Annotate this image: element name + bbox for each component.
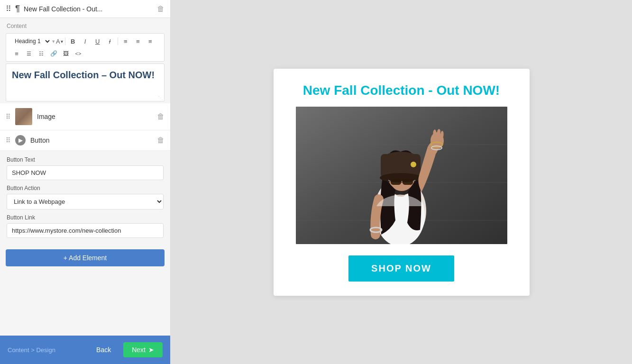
image-row-grid-icon: ⠿ — [6, 113, 10, 120]
heading-select[interactable]: Heading 1 Heading 2 Heading 3 Paragraph — [11, 36, 51, 46]
button-row-label: Button — [30, 136, 152, 144]
italic-button[interactable]: I — [80, 36, 91, 47]
grid-icon[interactable]: ⠿ — [6, 4, 11, 13]
strikethrough-button[interactable]: I — [104, 36, 116, 47]
add-element-button[interactable]: + Add Element — [6, 249, 165, 266]
editor-content[interactable]: New Fall Collection – Out NOW! — [12, 69, 158, 81]
button-element-row[interactable]: ⠿ ▶ Button 🗑 — [0, 130, 170, 151]
button-delete-icon[interactable]: 🗑 — [157, 136, 165, 145]
left-panel: ⠿ ¶ New Fall Collection - Out... 🗑 Conte… — [0, 0, 171, 364]
image-delete-icon[interactable]: 🗑 — [157, 112, 165, 121]
button-action-select[interactable]: Link to a Webpage Open Email Call Phone — [7, 194, 164, 209]
svg-rect-14 — [391, 179, 401, 185]
align-left-button[interactable]: ≡ — [120, 36, 131, 47]
font-color-icon[interactable]: A ▾ — [56, 38, 63, 45]
breadcrumb: Content > Design — [8, 346, 55, 354]
breadcrumb-separator: > — [31, 346, 35, 354]
element-title: New Fall Collection - Out... — [24, 5, 153, 13]
preview-heading: New Fall Collection - Out NOW! — [285, 83, 518, 98]
panel-body: Content Heading 1 Heading 2 Heading 3 Pa… — [0, 18, 170, 336]
image-button[interactable]: 🖼 — [60, 48, 72, 59]
button-action-label: Button Action — [7, 185, 164, 191]
image-thumb-preview — [15, 108, 32, 125]
image-element-row[interactable]: ⠿ Image 🗑 — [0, 103, 170, 130]
align-justify-button[interactable]: ≡ — [11, 48, 22, 59]
toolbar-divider-2 — [118, 37, 118, 45]
button-text-input[interactable] — [7, 165, 164, 180]
svg-rect-15 — [403, 179, 413, 185]
content-section: Content Heading 1 Heading 2 Heading 3 Pa… — [0, 18, 170, 101]
preview-image — [296, 107, 507, 244]
align-center-button[interactable]: ≡ — [132, 36, 144, 47]
toolbar-divider-1 — [65, 37, 65, 45]
ordered-list-button[interactable]: ☷ — [36, 48, 47, 59]
button-link-input[interactable] — [7, 223, 164, 238]
dropdown-arrow: ▾ — [52, 38, 55, 45]
button-row-grid-icon: ⠿ — [6, 136, 10, 144]
code-button[interactable]: <> — [73, 48, 84, 59]
svg-point-19 — [411, 162, 416, 167]
paragraph-icon: ¶ — [15, 4, 20, 14]
email-preview: New Fall Collection - Out NOW! — [274, 69, 530, 296]
preview-image-svg — [296, 107, 507, 244]
delete-element-icon[interactable]: 🗑 — [157, 5, 165, 13]
back-button[interactable]: Back — [89, 342, 119, 357]
next-button-label: Next — [132, 346, 146, 354]
breadcrumb-design: Design — [36, 346, 55, 354]
next-arrow-icon: ➤ — [148, 346, 154, 354]
image-thumbnail — [15, 108, 32, 125]
bold-button[interactable]: B — [67, 36, 79, 47]
top-bar: ⠿ ¶ New Fall Collection - Out... 🗑 — [0, 0, 170, 18]
breadcrumb-content: Content — [8, 346, 29, 354]
editor-area[interactable]: New Fall Collection – Out NOW! ⋱ — [6, 64, 165, 101]
underline-button[interactable]: U — [92, 36, 103, 47]
button-row-arrow-icon: ▶ — [15, 135, 26, 146]
link-button[interactable]: 🔗 — [48, 48, 59, 59]
unordered-list-button[interactable]: ☰ — [23, 48, 35, 59]
button-link-label: Button Link — [7, 214, 164, 221]
preview-shop-button[interactable]: SHOP NOW — [348, 255, 454, 282]
editor-toolbar: Heading 1 Heading 2 Heading 3 Paragraph … — [6, 33, 165, 62]
button-config-section: Button Text Button Action Link to a Webp… — [0, 151, 170, 244]
bottom-bar: Content > Design Back Next ➤ — [0, 336, 170, 364]
image-row-label: Image — [37, 113, 152, 120]
bottom-bar-buttons: Back Next ➤ — [89, 342, 163, 357]
content-label: Content — [0, 18, 170, 31]
button-text-label: Button Text — [7, 156, 164, 163]
resize-handle[interactable]: ⋱ — [158, 95, 163, 100]
next-button[interactable]: Next ➤ — [123, 342, 163, 357]
align-right-button[interactable]: ≡ — [145, 36, 156, 47]
right-panel: New Fall Collection - Out NOW! — [171, 0, 632, 364]
